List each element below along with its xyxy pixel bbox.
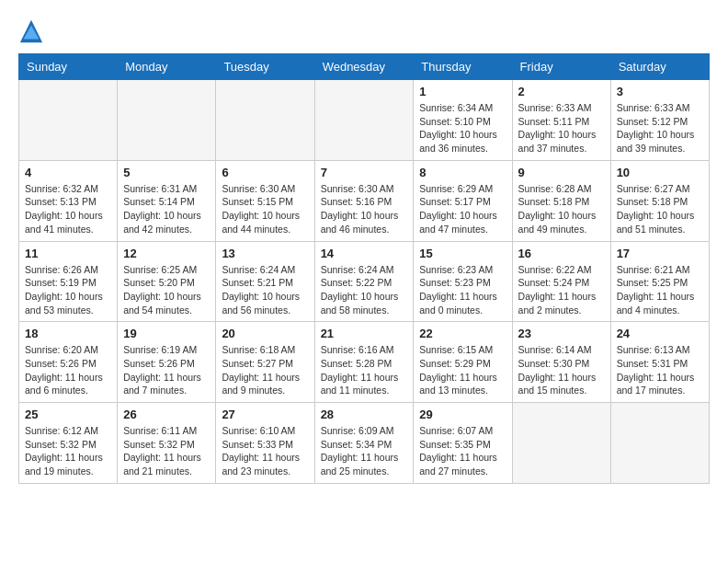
day-info: Sunrise: 6:24 AMSunset: 5:22 PMDaylight:… <box>321 263 408 317</box>
calendar-cell <box>216 80 314 161</box>
day-info: Sunrise: 6:32 AMSunset: 5:13 PMDaylight:… <box>25 182 111 236</box>
calendar-cell: 19Sunrise: 6:19 AMSunset: 5:26 PMDayligh… <box>118 322 216 403</box>
calendar-cell: 12Sunrise: 6:25 AMSunset: 5:20 PMDayligh… <box>118 241 216 322</box>
calendar-cell: 27Sunrise: 6:10 AMSunset: 5:33 PMDayligh… <box>216 403 314 484</box>
calendar-header-sunday: Sunday <box>19 54 118 80</box>
day-number: 16 <box>518 247 605 260</box>
day-number: 7 <box>321 166 408 179</box>
day-number: 3 <box>617 85 703 98</box>
day-number: 11 <box>25 247 111 260</box>
day-info: Sunrise: 6:10 AMSunset: 5:33 PMDaylight:… <box>222 424 308 478</box>
day-number: 8 <box>419 166 506 179</box>
calendar-cell: 26Sunrise: 6:11 AMSunset: 5:32 PMDayligh… <box>118 403 216 484</box>
calendar-header-tuesday: Tuesday <box>216 54 314 80</box>
day-info: Sunrise: 6:14 AMSunset: 5:30 PMDaylight:… <box>518 343 605 397</box>
day-info: Sunrise: 6:25 AMSunset: 5:20 PMDaylight:… <box>123 263 210 317</box>
calendar-week-row: 1Sunrise: 6:34 AMSunset: 5:10 PMDaylight… <box>19 80 710 161</box>
calendar-cell: 5Sunrise: 6:31 AMSunset: 5:14 PMDaylight… <box>118 160 216 241</box>
calendar-cell: 16Sunrise: 6:22 AMSunset: 5:24 PMDayligh… <box>512 241 610 322</box>
day-number: 9 <box>518 166 605 179</box>
day-number: 2 <box>518 85 605 98</box>
page-header <box>18 18 710 44</box>
calendar-cell: 21Sunrise: 6:16 AMSunset: 5:28 PMDayligh… <box>314 322 414 403</box>
day-info: Sunrise: 6:15 AMSunset: 5:29 PMDaylight:… <box>419 343 506 397</box>
day-number: 14 <box>321 247 408 260</box>
calendar-header-saturday: Saturday <box>610 54 709 80</box>
calendar-header-wednesday: Wednesday <box>314 54 414 80</box>
day-number: 20 <box>222 327 308 340</box>
logo-icon <box>18 18 44 44</box>
calendar-cell: 7Sunrise: 6:30 AMSunset: 5:16 PMDaylight… <box>314 160 414 241</box>
day-info: Sunrise: 6:07 AMSunset: 5:35 PMDaylight:… <box>419 424 506 478</box>
day-number: 23 <box>518 327 605 340</box>
calendar-cell: 17Sunrise: 6:21 AMSunset: 5:25 PMDayligh… <box>610 241 709 322</box>
calendar-cell <box>118 80 216 161</box>
calendar-week-row: 11Sunrise: 6:26 AMSunset: 5:19 PMDayligh… <box>19 241 710 322</box>
day-info: Sunrise: 6:09 AMSunset: 5:34 PMDaylight:… <box>321 424 408 478</box>
day-info: Sunrise: 6:30 AMSunset: 5:16 PMDaylight:… <box>321 182 408 236</box>
logo <box>18 18 48 44</box>
day-info: Sunrise: 6:19 AMSunset: 5:26 PMDaylight:… <box>123 343 210 397</box>
day-info: Sunrise: 6:18 AMSunset: 5:27 PMDaylight:… <box>222 343 308 397</box>
day-info: Sunrise: 6:16 AMSunset: 5:28 PMDaylight:… <box>321 343 408 397</box>
calendar-cell: 29Sunrise: 6:07 AMSunset: 5:35 PMDayligh… <box>414 403 512 484</box>
day-number: 22 <box>419 327 506 340</box>
day-info: Sunrise: 6:26 AMSunset: 5:19 PMDaylight:… <box>25 263 111 317</box>
day-number: 10 <box>617 166 703 179</box>
day-number: 25 <box>25 408 111 421</box>
day-info: Sunrise: 6:31 AMSunset: 5:14 PMDaylight:… <box>123 182 210 236</box>
calendar-header-friday: Friday <box>512 54 610 80</box>
day-info: Sunrise: 6:33 AMSunset: 5:12 PMDaylight:… <box>617 101 703 155</box>
day-number: 24 <box>617 327 703 340</box>
day-info: Sunrise: 6:11 AMSunset: 5:32 PMDaylight:… <box>123 424 210 478</box>
calendar-cell: 22Sunrise: 6:15 AMSunset: 5:29 PMDayligh… <box>414 322 512 403</box>
calendar-cell: 24Sunrise: 6:13 AMSunset: 5:31 PMDayligh… <box>610 322 709 403</box>
calendar-header-row: SundayMondayTuesdayWednesdayThursdayFrid… <box>19 54 710 80</box>
calendar-week-row: 4Sunrise: 6:32 AMSunset: 5:13 PMDaylight… <box>19 160 710 241</box>
day-number: 26 <box>123 408 210 421</box>
day-info: Sunrise: 6:24 AMSunset: 5:21 PMDaylight:… <box>222 263 308 317</box>
day-info: Sunrise: 6:20 AMSunset: 5:26 PMDaylight:… <box>25 343 111 397</box>
calendar-cell <box>314 80 414 161</box>
calendar-header-thursday: Thursday <box>414 54 512 80</box>
day-info: Sunrise: 6:33 AMSunset: 5:11 PMDaylight:… <box>518 101 605 155</box>
day-number: 15 <box>419 247 506 260</box>
calendar-cell: 8Sunrise: 6:29 AMSunset: 5:17 PMDaylight… <box>414 160 512 241</box>
day-number: 21 <box>321 327 408 340</box>
day-number: 27 <box>222 408 308 421</box>
day-number: 18 <box>25 327 111 340</box>
calendar-cell: 15Sunrise: 6:23 AMSunset: 5:23 PMDayligh… <box>414 241 512 322</box>
day-number: 6 <box>222 166 308 179</box>
day-number: 17 <box>617 247 703 260</box>
day-number: 29 <box>419 408 506 421</box>
calendar-cell: 1Sunrise: 6:34 AMSunset: 5:10 PMDaylight… <box>414 80 512 161</box>
day-number: 1 <box>419 85 506 98</box>
calendar-cell: 10Sunrise: 6:27 AMSunset: 5:18 PMDayligh… <box>610 160 709 241</box>
day-info: Sunrise: 6:21 AMSunset: 5:25 PMDaylight:… <box>617 263 703 317</box>
calendar-cell: 11Sunrise: 6:26 AMSunset: 5:19 PMDayligh… <box>19 241 118 322</box>
day-number: 5 <box>123 166 210 179</box>
calendar-cell: 23Sunrise: 6:14 AMSunset: 5:30 PMDayligh… <box>512 322 610 403</box>
day-info: Sunrise: 6:22 AMSunset: 5:24 PMDaylight:… <box>518 263 605 317</box>
day-number: 19 <box>123 327 210 340</box>
day-number: 12 <box>123 247 210 260</box>
calendar-cell: 13Sunrise: 6:24 AMSunset: 5:21 PMDayligh… <box>216 241 314 322</box>
day-info: Sunrise: 6:30 AMSunset: 5:15 PMDaylight:… <box>222 182 308 236</box>
calendar-cell: 6Sunrise: 6:30 AMSunset: 5:15 PMDaylight… <box>216 160 314 241</box>
day-info: Sunrise: 6:29 AMSunset: 5:17 PMDaylight:… <box>419 182 506 236</box>
day-info: Sunrise: 6:23 AMSunset: 5:23 PMDaylight:… <box>419 263 506 317</box>
calendar-cell <box>512 403 610 484</box>
day-info: Sunrise: 6:28 AMSunset: 5:18 PMDaylight:… <box>518 182 605 236</box>
calendar-cell: 25Sunrise: 6:12 AMSunset: 5:32 PMDayligh… <box>19 403 118 484</box>
calendar-cell <box>610 403 709 484</box>
day-info: Sunrise: 6:27 AMSunset: 5:18 PMDaylight:… <box>617 182 703 236</box>
calendar-table: SundayMondayTuesdayWednesdayThursdayFrid… <box>18 53 710 484</box>
day-number: 4 <box>25 166 111 179</box>
calendar-cell: 20Sunrise: 6:18 AMSunset: 5:27 PMDayligh… <box>216 322 314 403</box>
calendar-cell <box>19 80 118 161</box>
calendar-week-row: 18Sunrise: 6:20 AMSunset: 5:26 PMDayligh… <box>19 322 710 403</box>
calendar-cell: 2Sunrise: 6:33 AMSunset: 5:11 PMDaylight… <box>512 80 610 161</box>
calendar-header-monday: Monday <box>118 54 216 80</box>
day-info: Sunrise: 6:12 AMSunset: 5:32 PMDaylight:… <box>25 424 111 478</box>
day-number: 28 <box>321 408 408 421</box>
